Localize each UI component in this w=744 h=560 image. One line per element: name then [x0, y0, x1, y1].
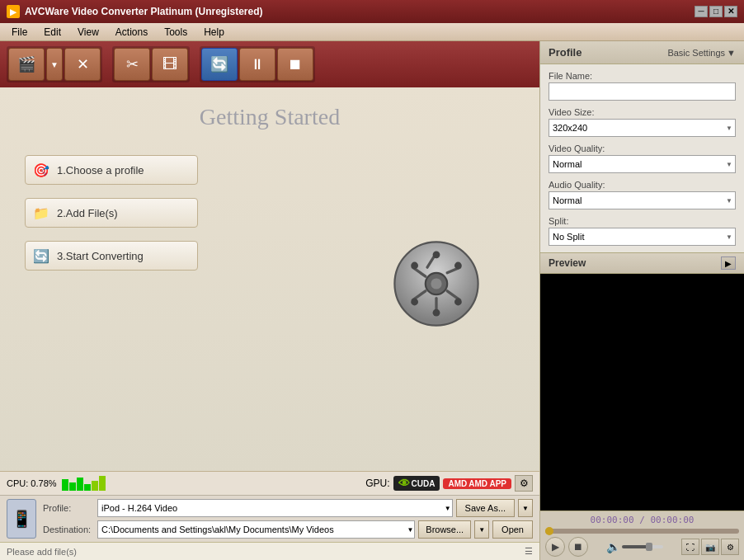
browse-dropdown[interactable]: ▼: [474, 520, 489, 539]
open-button[interactable]: Open: [492, 520, 533, 539]
file-name-label: File Name:: [549, 71, 736, 81]
video-size-select[interactable]: 320x240 640x480 1280x720 1920x1080: [549, 119, 736, 137]
save-as-button[interactable]: Save As...: [456, 499, 516, 517]
volume-control: 🔈: [606, 540, 663, 553]
film-icon: 🎞: [162, 56, 177, 73]
add-file-dropdown[interactable]: ▼: [46, 48, 63, 81]
settings-preview-button[interactable]: ⚙: [721, 539, 739, 555]
preview-controls: 00:00:00 / 00:00:00 ▶ ⏹ 🔈: [540, 511, 744, 560]
film-reel-decoration: [391, 238, 473, 321]
remove-button[interactable]: ✕: [64, 48, 101, 81]
pause-button[interactable]: ⏸: [239, 48, 275, 81]
cpu-bar-6: [99, 476, 106, 491]
svg-point-11: [454, 298, 462, 305]
split-select[interactable]: No Split By Size By Time: [549, 228, 736, 246]
profile-section-title: Profile: [549, 46, 582, 59]
remove-icon: ✕: [77, 55, 89, 73]
choose-profile-icon: 🎯: [32, 161, 50, 179]
menu-help[interactable]: Help: [195, 25, 233, 40]
add-file-button[interactable]: 🎬: [8, 48, 45, 81]
settings-dropdown-icon: ▼: [727, 48, 736, 58]
cut-button[interactable]: ✂: [114, 48, 150, 81]
cpu-graph: [62, 476, 106, 491]
window-controls: ─ □ ✕: [695, 6, 737, 17]
choose-profile-step[interactable]: 🎯 1.Choose a profile: [25, 155, 198, 185]
right-control-buttons: ⛶ 📷 ⚙: [681, 539, 739, 555]
start-converting-label: 3.Start Converting: [57, 250, 144, 262]
menu-file[interactable]: File: [3, 25, 35, 40]
profile-select-wrapper: iPod - H.264 Video: [97, 499, 453, 517]
video-quality-group: Video Quality: Normal Low High Highest: [549, 144, 736, 173]
video-quality-label: Video Quality:: [549, 144, 736, 153]
cpu-label: CPU: 0.78%: [7, 478, 57, 488]
cpu-bar-4: [84, 484, 91, 491]
convert-icon: 🔄: [210, 55, 228, 73]
audio-quality-group: Audio Quality: Normal Low High: [549, 180, 736, 209]
status-area: CPU: 0.78% GPU: 👁 CUDA AMD: [0, 471, 539, 495]
volume-icon: 🔈: [606, 540, 620, 553]
cpu-bar-1: [62, 479, 68, 491]
pause-icon: ⏸: [250, 56, 265, 73]
video-quality-select[interactable]: Normal Low High Highest: [549, 155, 736, 173]
status-message-bar: Please add file(s) ☰: [0, 542, 539, 560]
minimize-button[interactable]: ─: [695, 6, 708, 17]
destination-select[interactable]: C:\Documents and Settings\akl\My Documen…: [97, 520, 415, 539]
preview-expand-button[interactable]: ▶: [721, 256, 736, 270]
time-display: 00:00:00 / 00:00:00: [545, 515, 739, 525]
maximize-button[interactable]: □: [709, 6, 723, 17]
svg-point-13: [411, 298, 418, 305]
browse-button[interactable]: Browse...: [418, 520, 471, 539]
menu-bar: File Edit View Actions Tools Help: [0, 23, 744, 41]
start-converting-icon: 🔄: [32, 247, 50, 265]
menu-edit[interactable]: Edit: [35, 25, 69, 40]
preview-title: Preview: [549, 257, 586, 269]
profile-bar: 📱 Profile: iPod - H.264 Video Save As...…: [0, 495, 539, 542]
basic-settings-link[interactable]: Basic Settings ▼: [667, 48, 736, 58]
snapshot-button[interactable]: 📷: [701, 539, 719, 555]
profile-select[interactable]: iPod - H.264 Video: [97, 499, 453, 517]
preview-video: [540, 274, 744, 511]
video-size-group: Video Size: 320x240 640x480 1280x720 192…: [549, 107, 736, 137]
scissors-icon: ✂: [126, 55, 139, 73]
svg-point-2: [431, 278, 441, 289]
save-as-dropdown[interactable]: ▼: [518, 499, 533, 517]
profile-fields: Profile: iPod - H.264 Video Save As... ▼…: [43, 499, 533, 539]
time-total: 00:00:00: [650, 515, 694, 525]
add-files-step[interactable]: 📁 2.Add File(s): [25, 198, 198, 228]
control-buttons: ▶ ⏹ 🔈 ⛶ 📷 ⚙: [545, 537, 739, 557]
add-files-label: 2.Add File(s): [57, 207, 118, 219]
file-name-input[interactable]: [549, 82, 736, 101]
audio-quality-select[interactable]: Normal Low High: [549, 191, 736, 209]
clip-button[interactable]: 🎞: [152, 48, 188, 81]
svg-point-12: [433, 308, 440, 316]
toolbar-group-3: 🔄 ⏸ ⏹: [200, 46, 315, 82]
destination-label: Destination:: [43, 525, 94, 534]
status-bar-icon: ☰: [525, 546, 533, 557]
preview-header: Preview ▶: [540, 252, 744, 274]
time-current: 00:00:00: [591, 515, 634, 525]
gpu-label: GPU:: [365, 478, 389, 489]
gpu-settings-button[interactable]: ⚙: [515, 475, 533, 492]
progress-bar[interactable]: [545, 529, 739, 534]
video-size-select-wrapper: 320x240 640x480 1280x720 1920x1080: [549, 119, 736, 137]
svg-point-9: [433, 251, 440, 258]
menu-tools[interactable]: Tools: [156, 25, 195, 40]
close-button[interactable]: ✕: [724, 6, 737, 17]
cpu-bar-3: [77, 478, 83, 491]
right-panel: Profile Basic Settings ▼ File Name: Vide…: [539, 41, 744, 560]
convert-button[interactable]: 🔄: [201, 48, 238, 81]
getting-started-title: Getting Started: [200, 104, 340, 130]
menu-view[interactable]: View: [69, 25, 107, 40]
stop-button[interactable]: ⏹: [277, 48, 313, 81]
start-converting-step[interactable]: 🔄 3.Start Converting: [25, 241, 198, 271]
app-icon: ▶: [7, 5, 20, 18]
play-button[interactable]: ▶: [545, 537, 565, 557]
menu-actions[interactable]: Actions: [107, 25, 156, 40]
video-quality-select-wrapper: Normal Low High Highest: [549, 155, 736, 173]
stop-preview-button[interactable]: ⏹: [568, 537, 588, 557]
cpu-bar-2: [69, 482, 76, 491]
audio-quality-label: Audio Quality:: [549, 180, 736, 190]
volume-slider-track[interactable]: [622, 545, 663, 548]
fullscreen-button[interactable]: ⛶: [681, 539, 699, 555]
steps-container: 🎯 1.Choose a profile 📁 2.Add File(s) 🔄 3…: [25, 155, 198, 271]
